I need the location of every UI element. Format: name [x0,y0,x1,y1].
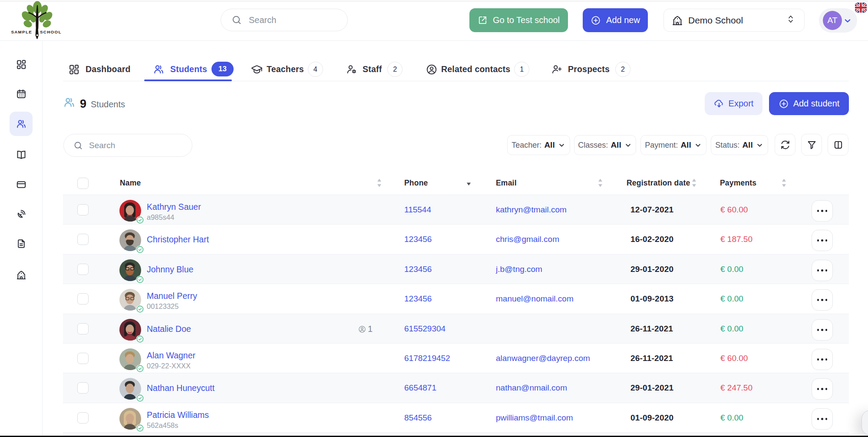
svg-text:SCHOOL: SCHOOL [40,30,62,34]
svg-text:SAMPLE: SAMPLE [11,30,32,34]
